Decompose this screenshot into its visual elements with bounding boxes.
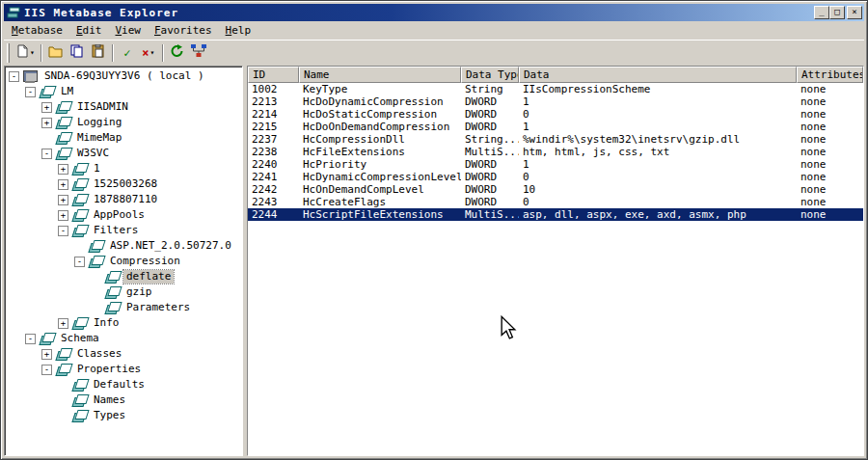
expand-toggle-icon[interactable]: - <box>25 334 36 344</box>
table-row[interactable]: 2241HcDynamicCompressionLevelDWORD0none <box>248 171 863 183</box>
cell-data: 1 <box>519 95 797 108</box>
maximize-button[interactable]: □ <box>829 6 845 19</box>
menu-help[interactable]: Help <box>219 22 258 39</box>
cell-data: 0 <box>519 108 797 121</box>
tree-item[interactable]: deflate <box>7 269 242 284</box>
metabase-node-icon <box>55 101 71 114</box>
cell-name: HcDoDynamicCompression <box>299 95 461 108</box>
tree-item[interactable]: +1525003268 <box>7 176 242 192</box>
table-row[interactable]: 1002KeyTypeStringIIsCompressionSchemenon… <box>248 83 863 95</box>
menu-favorites[interactable]: Favorites <box>148 22 219 39</box>
cell-attributes: none <box>797 108 863 121</box>
table-row[interactable]: 2238HcFileExtensionsMultiS...htm, html, … <box>248 146 863 158</box>
tree-item[interactable]: +1878807110 <box>7 192 242 207</box>
column-header-name[interactable]: Name <box>299 67 461 83</box>
tree-item[interactable]: gzip <box>7 284 242 300</box>
cell-attributes: none <box>797 208 863 221</box>
cell-attributes: none <box>797 146 863 158</box>
cell-attributes: none <box>797 183 863 196</box>
tree-item-label: deflate <box>123 270 174 284</box>
tree-item[interactable]: +Logging <box>7 115 242 130</box>
cancel-button[interactable]: × ▾ <box>138 42 159 64</box>
tree-item[interactable]: -Schema <box>7 331 242 346</box>
refresh-button[interactable] <box>167 42 188 64</box>
tree-item-label: Properties <box>74 363 144 376</box>
tree-item[interactable]: -LM <box>7 84 242 99</box>
tree-item[interactable]: +1 <box>7 161 242 176</box>
cell-data: 10 <box>519 183 797 196</box>
expand-toggle-icon[interactable]: - <box>41 149 52 159</box>
tree-item[interactable]: ASP.NET_2.0.50727.0 <box>7 238 242 254</box>
column-header-id[interactable]: ID <box>248 67 299 83</box>
table-row[interactable]: 2215HcDoOnDemandCompressionDWORD1none <box>248 121 863 133</box>
toolbar-separator <box>41 44 42 62</box>
tree-item-label: Schema <box>58 332 102 345</box>
table-row-selected[interactable]: 2244HcScriptFileExtensionsMultiS...asp, … <box>248 208 863 221</box>
tree-item[interactable]: Names <box>7 392 242 408</box>
table-row[interactable]: 2237HcCompressionDllString...%windir%\sy… <box>248 133 863 146</box>
cell-datatype: MultiS... <box>461 208 519 221</box>
new-item-button[interactable]: ▾ <box>14 42 38 64</box>
cell-datatype: String <box>461 83 519 95</box>
tree-item[interactable]: Parameters <box>7 300 242 315</box>
expand-toggle-icon[interactable]: + <box>41 349 52 360</box>
column-header-data[interactable]: Data <box>519 67 797 83</box>
app-icon <box>6 6 21 19</box>
tree-item[interactable]: -W3SVC <box>7 146 242 161</box>
expand-toggle-icon[interactable]: - <box>74 257 85 267</box>
connect-button[interactable] <box>188 42 209 64</box>
tree-item[interactable]: +AppPools <box>7 207 242 223</box>
cell-attributes: none <box>797 196 863 208</box>
tree-item[interactable]: +Classes <box>7 346 242 362</box>
expand-toggle-icon[interactable]: + <box>58 210 68 221</box>
metabase-tree: -SNDA-69Q3UYY3V6 ( local ) -LM +IISADMIN… <box>4 66 243 456</box>
apply-button[interactable]: ✓ <box>117 42 138 64</box>
table-row[interactable]: 2240HcPriorityDWORD1none <box>248 158 863 171</box>
minimize-button[interactable]: _ <box>814 6 829 19</box>
expand-toggle-icon[interactable]: + <box>58 318 68 329</box>
close-button[interactable]: × <box>847 6 862 19</box>
cell-attributes: none <box>797 171 863 183</box>
toolbar-grip[interactable] <box>7 43 10 63</box>
expand-toggle-icon[interactable]: - <box>41 365 52 375</box>
tree-item[interactable]: +IISADMIN <box>7 99 242 115</box>
tree-item[interactable]: MimeMap <box>7 130 242 146</box>
expand-toggle-icon[interactable]: + <box>58 164 68 175</box>
table-row[interactable]: 2213HcDoDynamicCompressionDWORD1none <box>248 95 863 108</box>
expand-toggle-icon[interactable]: + <box>58 195 68 205</box>
expand-toggle-icon[interactable]: - <box>9 71 19 82</box>
tree-item[interactable]: -Properties <box>7 362 242 377</box>
expand-toggle-icon[interactable]: - <box>25 87 36 97</box>
expand-toggle-icon[interactable]: + <box>41 118 52 128</box>
expand-toggle-icon[interactable]: - <box>58 226 68 236</box>
expand-toggle-icon <box>91 272 101 283</box>
table-row[interactable]: 2243HcCreateFlagsDWORD0none <box>248 196 863 208</box>
title-bar[interactable]: IIS Metabase Explorer _ □ × <box>4 4 864 21</box>
tree-item[interactable]: -Compression <box>7 254 242 269</box>
cell-data: %windir%\system32\inetsrv\gzip.dll <box>519 133 797 146</box>
tree-item-label: 1878807110 <box>91 193 160 206</box>
tree-item[interactable]: Types <box>7 408 242 423</box>
menu-edit[interactable]: Edit <box>69 22 109 39</box>
open-button[interactable] <box>45 42 67 64</box>
paste-button[interactable] <box>88 42 109 64</box>
tree-item[interactable]: -SNDA-69Q3UYY3V6 ( local ) <box>7 68 242 84</box>
metabase-node-icon <box>71 379 88 392</box>
expand-toggle-icon[interactable]: + <box>41 102 52 113</box>
cancel-x-icon: × <box>142 47 149 59</box>
column-header-datatype[interactable]: Data Type <box>461 67 519 83</box>
tree-item[interactable]: Defaults <box>7 377 242 392</box>
column-header-attributes[interactable]: Attributes <box>797 67 863 83</box>
cell-datatype: DWORD <box>461 196 519 208</box>
tree-item[interactable]: -Filters <box>7 223 242 238</box>
table-row[interactable]: 2242HcOnDemandCompLevelDWORD10none <box>248 183 863 196</box>
tree-item[interactable]: +Info <box>7 315 242 331</box>
table-row[interactable]: 2214HcDoStaticCompressionDWORD0none <box>248 108 863 121</box>
copy-button[interactable] <box>67 42 88 64</box>
menu-metabase[interactable]: Metabase <box>5 22 69 39</box>
menu-view[interactable]: View <box>108 22 148 39</box>
expand-toggle-icon[interactable]: + <box>58 179 68 190</box>
cell-id: 2214 <box>248 108 299 121</box>
cell-datatype: DWORD <box>461 171 519 183</box>
toolbar-separator <box>112 44 114 62</box>
